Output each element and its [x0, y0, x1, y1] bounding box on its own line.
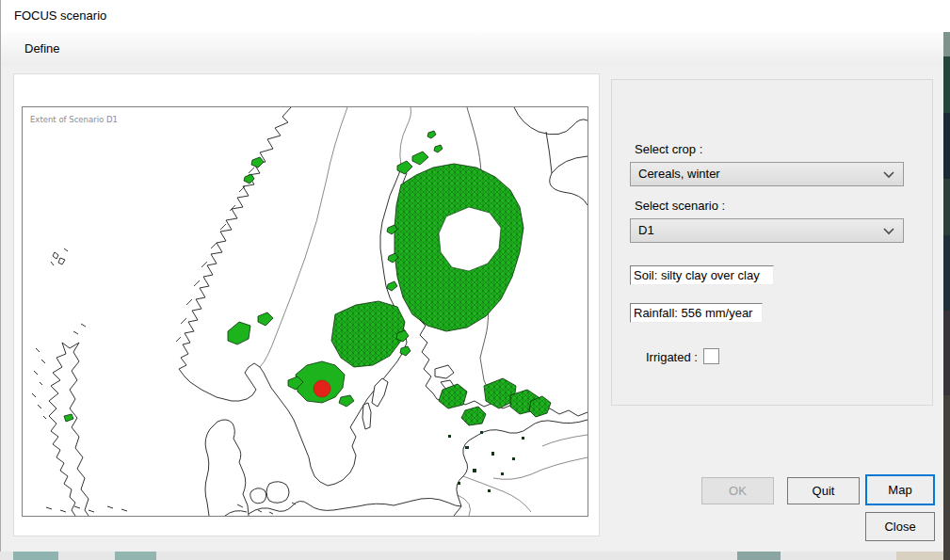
map-specks — [448, 431, 524, 492]
coastlines — [32, 107, 588, 516]
menu-item-define[interactable]: Define — [17, 36, 68, 62]
map-caption: Extent of Scenario D1 — [30, 115, 118, 124]
scenario-label: Select scenario : — [635, 199, 725, 213]
chevron-down-icon — [883, 171, 894, 179]
scenario-extent-green — [64, 131, 551, 425]
map-button[interactable]: Map — [865, 474, 935, 505]
taskbar-fragment — [896, 552, 943, 560]
soil-field[interactable]: Soil: silty clay over clay — [630, 265, 774, 285]
chevron-down-icon — [883, 228, 894, 235]
map-canvas: Extent of Scenario D1 — [23, 107, 588, 516]
taskbar-fragment — [737, 552, 781, 560]
map-frame: Extent of Scenario D1 — [22, 106, 588, 517]
bottom-edge-background-sliver — [0, 552, 943, 560]
scenario-combobox-value: D1 — [638, 223, 654, 237]
close-button[interactable]: Close — [865, 512, 935, 541]
focus-scenario-dialog: FOCUS scenario Define — [0, 0, 943, 552]
title-bar: FOCUS scenario — [1, 0, 943, 32]
taskbar-fragment — [115, 552, 156, 560]
irrigated-label: Irrigated : — [646, 350, 698, 364]
scenario-location-marker — [314, 380, 330, 397]
rainfall-field[interactable]: Rainfall: 556 mm/year — [630, 303, 763, 323]
quit-button[interactable]: Quit — [787, 477, 860, 504]
taskbar-fragment — [13, 552, 58, 560]
crop-combobox-value: Cereals, winter — [638, 167, 720, 181]
scenario-combobox[interactable]: D1 — [630, 218, 904, 243]
ok-button[interactable]: OK — [701, 477, 774, 504]
window-title: FOCUS scenario — [14, 0, 106, 32]
menu-bar: Define — [1, 32, 943, 66]
crop-combobox[interactable]: Cereals, winter — [630, 162, 904, 186]
crop-label: Select crop : — [635, 142, 702, 156]
right-edge-background-sliver — [943, 0, 950, 560]
irrigated-checkbox[interactable] — [703, 348, 719, 364]
